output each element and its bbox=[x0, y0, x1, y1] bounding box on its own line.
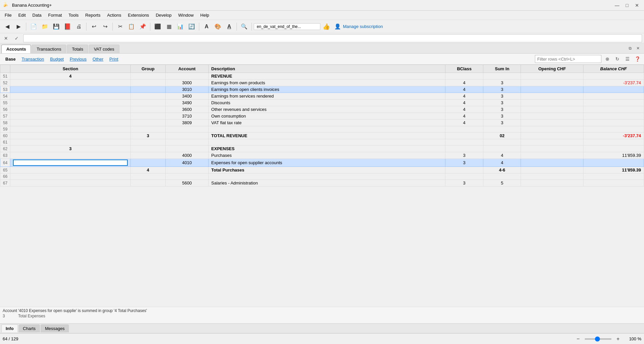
cell-opening-chf[interactable] bbox=[521, 146, 583, 152]
zoom-out-button[interactable]: − bbox=[574, 335, 582, 343]
cell-section[interactable] bbox=[10, 159, 131, 167]
tab-messages[interactable]: Messages bbox=[41, 324, 69, 332]
subnav-transaction[interactable]: Transaction bbox=[19, 56, 47, 63]
cell-sum-in[interactable]: 3 bbox=[483, 113, 521, 120]
manage-label[interactable]: Manage subscription bbox=[343, 24, 383, 29]
table-row[interactable]: 644010Expenses for open supplier account… bbox=[0, 159, 644, 167]
cell-description[interactable]: EXPENSES bbox=[209, 146, 445, 152]
tab-vat-codes[interactable]: VAT codes bbox=[89, 45, 119, 53]
table-row[interactable]: 543400Earnings from services rendered43 bbox=[0, 93, 644, 100]
cell-bclass[interactable] bbox=[445, 167, 483, 173]
cell-bclass[interactable] bbox=[445, 126, 483, 133]
cell-section[interactable] bbox=[10, 139, 131, 146]
cell-balance-chf[interactable] bbox=[583, 93, 644, 100]
col-header-description[interactable]: Description bbox=[209, 65, 445, 73]
cell-account[interactable] bbox=[165, 167, 208, 173]
cell-group[interactable] bbox=[130, 106, 165, 113]
cell-section[interactable] bbox=[10, 120, 131, 126]
cell-opening-chf[interactable] bbox=[521, 159, 583, 167]
cancel-button[interactable]: ✕ bbox=[2, 34, 10, 42]
cell-sum-in[interactable]: 02 bbox=[483, 133, 521, 139]
cell-group[interactable] bbox=[130, 180, 165, 186]
minimize-button[interactable]: — bbox=[613, 1, 621, 10]
cell-account[interactable]: 3400 bbox=[165, 93, 208, 100]
cell-section[interactable]: 3 bbox=[10, 146, 131, 152]
star-button[interactable]: 👍 bbox=[321, 21, 332, 32]
col-header-section[interactable]: Section bbox=[10, 65, 131, 73]
cell-opening-chf[interactable] bbox=[521, 167, 583, 173]
table-row[interactable]: 573710Own consumption43 bbox=[0, 113, 644, 120]
col-header-balance-chf[interactable]: Balance CHF bbox=[583, 65, 644, 73]
cell-account[interactable] bbox=[165, 73, 208, 80]
redo-button[interactable]: ↪ bbox=[100, 21, 110, 32]
copy-button[interactable]: 📋 bbox=[126, 21, 137, 32]
cell-section[interactable] bbox=[10, 86, 131, 93]
undo-button[interactable]: ↩ bbox=[88, 21, 99, 32]
subnav-print[interactable]: Print bbox=[107, 56, 121, 63]
table-row[interactable]: 59 bbox=[0, 126, 644, 133]
cell-bclass[interactable]: 4 bbox=[445, 100, 483, 106]
cell-sum-in[interactable] bbox=[483, 173, 521, 180]
cell-description[interactable]: Discounts bbox=[209, 100, 445, 106]
open-button[interactable]: 📁 bbox=[40, 21, 50, 32]
cell-description[interactable]: REVENUE bbox=[209, 73, 445, 80]
cell-sum-in[interactable]: 3 bbox=[483, 106, 521, 113]
table-row[interactable]: 514REVENUE bbox=[0, 73, 644, 80]
cell-sum-in[interactable]: 3 bbox=[483, 93, 521, 100]
cell-sum-in[interactable]: 3 bbox=[483, 86, 521, 93]
cell-bclass[interactable]: 3 bbox=[445, 180, 483, 186]
close-tab-button[interactable]: ✕ bbox=[635, 45, 641, 52]
cell-description[interactable]: Purchases bbox=[209, 152, 445, 159]
table-row[interactable]: 523000Earnings from own products43-3'237… bbox=[0, 80, 644, 86]
text-color-button[interactable]: A bbox=[224, 21, 235, 32]
cell-group[interactable] bbox=[130, 100, 165, 106]
save-button[interactable]: 💾 bbox=[51, 21, 62, 32]
formula-input[interactable] bbox=[23, 34, 642, 42]
columns-button[interactable]: ☰ bbox=[623, 55, 631, 63]
cell-sum-in[interactable] bbox=[483, 73, 521, 80]
cell-balance-chf[interactable] bbox=[583, 180, 644, 186]
cell-balance-chf[interactable] bbox=[583, 126, 644, 133]
cell-bclass[interactable]: 4 bbox=[445, 113, 483, 120]
cell-account[interactable] bbox=[165, 126, 208, 133]
table-row[interactable]: 654Total Purchases4-611'859.39 bbox=[0, 167, 644, 173]
menu-reports[interactable]: Reports bbox=[82, 11, 104, 19]
menu-window[interactable]: Window bbox=[175, 11, 197, 19]
cell-bclass[interactable]: 3 bbox=[445, 159, 483, 167]
cell-group[interactable] bbox=[130, 139, 165, 146]
cell-group[interactable] bbox=[130, 93, 165, 100]
back-button[interactable]: ◀ bbox=[2, 21, 13, 32]
cell-description[interactable]: Own consumption bbox=[209, 113, 445, 120]
cell-sum-in[interactable] bbox=[483, 126, 521, 133]
cell-account[interactable]: 3600 bbox=[165, 106, 208, 113]
cut-button[interactable]: ✂ bbox=[115, 21, 125, 32]
cell-opening-chf[interactable] bbox=[521, 139, 583, 146]
section-edit-input[interactable] bbox=[13, 160, 128, 166]
cell-bclass[interactable] bbox=[445, 133, 483, 139]
table-row[interactable]: 533010Earnings from open clients invoice… bbox=[0, 86, 644, 93]
cell-opening-chf[interactable] bbox=[521, 152, 583, 159]
cell-balance-chf[interactable]: 11'859.39 bbox=[583, 152, 644, 159]
cell-sum-in[interactable] bbox=[483, 139, 521, 146]
zoom-in-button[interactable]: + bbox=[614, 335, 622, 343]
menu-file[interactable]: File bbox=[1, 11, 15, 19]
cell-balance-chf[interactable] bbox=[583, 73, 644, 80]
table-row[interactable]: 553490Discounts43 bbox=[0, 100, 644, 106]
cell-bclass[interactable] bbox=[445, 139, 483, 146]
cell-balance-chf[interactable] bbox=[583, 113, 644, 120]
cell-description[interactable]: Salaries - Administration bbox=[209, 180, 445, 186]
refresh-button[interactable]: 🔄 bbox=[186, 21, 197, 32]
cell-balance-chf[interactable] bbox=[583, 86, 644, 93]
accounts-table-wrapper[interactable]: Section Group Account Description BClass… bbox=[0, 65, 644, 307]
cell-balance-chf[interactable] bbox=[583, 106, 644, 113]
cell-opening-chf[interactable] bbox=[521, 80, 583, 86]
cell-section[interactable] bbox=[10, 106, 131, 113]
cell-sum-in[interactable]: 4-6 bbox=[483, 167, 521, 173]
menu-develop[interactable]: Develop bbox=[152, 11, 175, 19]
cell-description[interactable]: Earnings from own products bbox=[209, 80, 445, 86]
paste-button[interactable]: 📌 bbox=[137, 21, 148, 32]
cell-section[interactable] bbox=[10, 173, 131, 180]
cell-account[interactable] bbox=[165, 173, 208, 180]
cell-opening-chf[interactable] bbox=[521, 126, 583, 133]
cell-balance-chf[interactable] bbox=[583, 120, 644, 126]
